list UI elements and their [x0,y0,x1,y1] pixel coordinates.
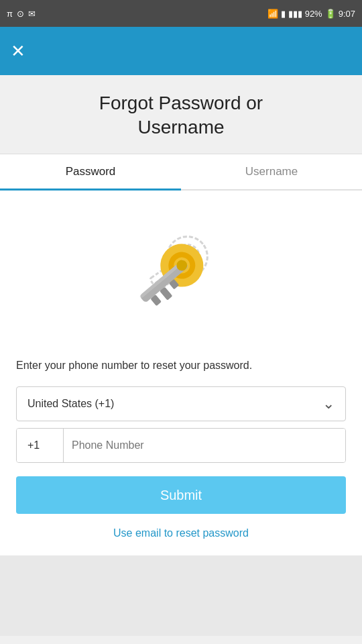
top-bar: ✕ [0,27,362,75]
tab-bar: Password Username [0,154,362,191]
battery-percent: 92% [305,9,322,19]
phone-number-input[interactable] [64,429,345,462]
chevron-down-icon: ⌄ [322,395,335,413]
clock: 9:07 [339,9,355,19]
submit-button[interactable]: Submit [16,476,346,514]
status-left-icons: π ⊙ ✉ [7,9,36,19]
country-select-label: United States (+1) [27,398,114,410]
email-reset-link[interactable]: Use email to reset password [16,527,346,539]
pi-icon: π [7,9,13,19]
phone-input-row: +1 [16,428,346,463]
key-illustration [16,211,346,345]
sim-icon: ▮ [281,9,286,19]
country-select[interactable]: United States (+1) ⌄ [16,386,346,421]
close-icon: ✕ [11,41,25,61]
form-area: Enter your phone number to reset your pa… [0,191,362,555]
status-bar: π ⊙ ✉ 📶 ▮ ▮▮▮ 92% 🔋 9:07 [0,0,362,27]
status-right-info: 📶 ▮ ▮▮▮ 92% 🔋 9:07 [267,9,355,19]
title-section: Forgot Password or Username [0,75,362,154]
circle-icon: ⊙ [17,9,24,19]
close-button[interactable]: ✕ [11,42,25,60]
signal-icon: ▮▮▮ [288,9,302,19]
tab-password[interactable]: Password [0,154,181,189]
email-icon: ✉ [28,9,36,19]
page-title: Forgot Password or Username [13,91,349,140]
key-image [114,211,248,345]
phone-prefix: +1 [17,429,64,462]
description-text: Enter your phone number to reset your pa… [16,358,346,373]
tab-username[interactable]: Username [181,154,362,189]
bottom-area [0,555,362,636]
battery-icon: 🔋 [325,9,336,19]
wifi-icon: 📶 [267,9,278,19]
